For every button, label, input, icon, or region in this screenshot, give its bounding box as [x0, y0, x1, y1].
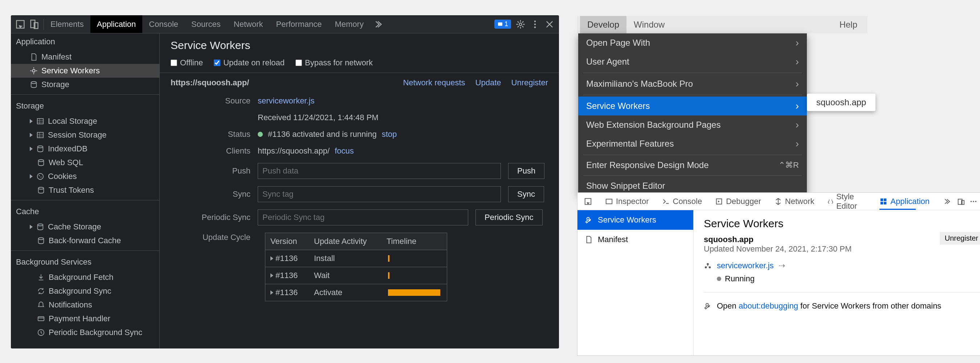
svg-point-12	[38, 146, 43, 148]
source-file-link[interactable]: serviceworker.js	[258, 96, 314, 106]
kebab-icon[interactable]	[530, 19, 540, 29]
expand-icon[interactable]	[30, 225, 33, 229]
expand-icon[interactable]	[270, 256, 273, 261]
menu-item-experimental[interactable]: Experimental Features	[578, 134, 807, 153]
gear-icon[interactable]	[515, 19, 525, 29]
expand-icon[interactable]	[30, 119, 33, 123]
sidebar-item-trust-tokens[interactable]: Trust Tokens	[11, 183, 159, 197]
tab-sources[interactable]: Sources	[185, 15, 227, 33]
menu-item-responsive-design[interactable]: Enter Responsive Design Mode⌃⌘R	[578, 156, 807, 174]
sidebar-item-web-sql[interactable]: Web SQL	[11, 156, 159, 170]
tab-debugger[interactable]: Debugger	[708, 193, 768, 210]
expand-icon[interactable]	[270, 290, 273, 295]
sidebar-item-periodic-bg-sync[interactable]: Periodic Background Sync	[11, 326, 159, 339]
tab-console[interactable]: Console	[655, 193, 709, 210]
debug-icon[interactable]: ⇢	[778, 261, 785, 271]
push-button[interactable]: Push	[508, 163, 544, 179]
update-reload-checkbox[interactable]: Update on reload	[214, 58, 285, 67]
tab-inspector[interactable]: Inspector	[598, 193, 655, 210]
sidebar-item-service-workers[interactable]: Service Workers	[578, 210, 693, 230]
tab-develop[interactable]: Develop	[580, 16, 627, 33]
service-workers-flyout[interactable]: squoosh.app	[807, 94, 875, 111]
device-icon[interactable]	[29, 19, 39, 29]
tab-elements[interactable]: Elements	[44, 15, 91, 33]
expand-icon[interactable]	[30, 174, 33, 178]
stop-link[interactable]: stop	[382, 130, 397, 139]
push-input[interactable]	[258, 163, 501, 179]
sidebar-item-bg-sync[interactable]: Background Sync	[11, 284, 159, 298]
sidebar-section-storage: Storage	[11, 98, 159, 115]
menu-item-open-page-with[interactable]: Open Page With	[578, 33, 807, 52]
status-dot-icon	[258, 132, 263, 137]
sidebar-item-back-forward-cache[interactable]: Back-forward Cache	[11, 234, 159, 248]
chevron-right-icon	[795, 138, 799, 150]
sidebar-item-indexeddb[interactable]: IndexedDB	[11, 142, 159, 156]
tab-application[interactable]: Application	[91, 15, 143, 33]
sync-button[interactable]: Sync	[508, 186, 544, 202]
sidebar-item-cache-storage[interactable]: Cache Storage	[11, 220, 159, 234]
database-icon	[37, 186, 45, 194]
wrench-icon	[704, 302, 712, 310]
sidebar-item-session-storage[interactable]: Session Storage	[11, 128, 159, 142]
service-worker-checks: Offline Update on reload Bypass for netw…	[160, 55, 559, 73]
svg-rect-27	[881, 201, 883, 204]
sidebar-item-storage[interactable]: Storage	[11, 78, 159, 91]
menu-item-web-ext-bg[interactable]: Web Extension Background Pages	[578, 115, 807, 134]
expand-icon[interactable]	[270, 273, 273, 278]
status-row: Status #1136 activated and is runningsto…	[160, 126, 559, 143]
sidebar-item-local-storage[interactable]: Local Storage	[11, 115, 159, 128]
sidebar-item-service-workers[interactable]: Service Workers	[11, 64, 159, 78]
unregister-link[interactable]: Unregister	[511, 78, 548, 88]
more-tabs-button[interactable]	[936, 193, 957, 210]
inspect-icon[interactable]	[15, 19, 25, 29]
periodic-sync-button[interactable]: Periodic Sync	[476, 209, 542, 225]
sidebar-item-manifest[interactable]: Manifest	[578, 230, 693, 249]
menu-item-service-workers[interactable]: Service Workers	[578, 97, 807, 115]
tab-network[interactable]: Network	[768, 193, 821, 210]
badge-count-value: 1	[504, 20, 508, 28]
sidebar-item-bg-fetch[interactable]: Background Fetch	[11, 271, 159, 284]
document-icon	[585, 236, 593, 244]
tab-performance[interactable]: Performance	[269, 15, 328, 33]
close-icon[interactable]	[544, 19, 555, 29]
sidebar-item-payment-handler[interactable]: Payment Handler	[11, 312, 159, 326]
periodic-sync-input[interactable]	[258, 209, 468, 225]
bell-icon	[37, 301, 45, 309]
svg-point-5	[534, 20, 536, 22]
tab-console[interactable]: Console	[142, 15, 185, 33]
update-link[interactable]: Update	[476, 78, 501, 88]
status-dot-icon	[717, 277, 721, 281]
network-requests-link[interactable]: Network requests	[403, 78, 465, 88]
tab-application[interactable]: Application	[873, 193, 936, 210]
expand-icon[interactable]	[30, 133, 33, 137]
tab-memory[interactable]: Memory	[328, 15, 370, 33]
kebab-icon[interactable]	[969, 197, 977, 205]
sw-file-link[interactable]: serviceworker.js	[717, 261, 773, 271]
pick-element-button[interactable]	[578, 193, 598, 210]
sidebar-section-cache: Cache	[11, 203, 159, 220]
expand-icon[interactable]	[30, 146, 33, 151]
svg-point-18	[38, 224, 43, 226]
svg-rect-20	[38, 317, 44, 321]
sidebar-item-manifest[interactable]: Manifest	[11, 50, 159, 64]
tab-style-editor[interactable]: Style Editor	[821, 193, 873, 210]
sidebar-item-cookies[interactable]: Cookies	[11, 170, 159, 183]
menu-item-snippet-editor[interactable]: Show Snippet Editor	[578, 177, 807, 194]
tab-window[interactable]: Window	[627, 16, 672, 33]
unregister-button[interactable]: Unregister	[940, 232, 980, 245]
tab-network[interactable]: Network	[227, 15, 270, 33]
sync-input[interactable]	[258, 186, 501, 202]
menu-item-device[interactable]: Maximiliano's MacBook Pro	[578, 75, 807, 93]
responsive-icon[interactable]	[957, 197, 965, 205]
about-debugging-link[interactable]: about:debugging	[739, 301, 798, 310]
badge-count[interactable]: 1	[494, 20, 511, 29]
offline-checkbox[interactable]: Offline	[170, 58, 203, 67]
svg-point-16	[40, 177, 41, 178]
col-version: Version	[265, 233, 309, 250]
more-tabs-icon[interactable]	[372, 19, 383, 29]
focus-link[interactable]: focus	[335, 146, 354, 156]
menu-item-user-agent[interactable]: User Agent	[578, 52, 807, 71]
sidebar-item-notifications[interactable]: Notifications	[11, 298, 159, 312]
bypass-checkbox[interactable]: Bypass for network	[296, 58, 373, 67]
tab-help[interactable]: Help	[832, 16, 865, 33]
